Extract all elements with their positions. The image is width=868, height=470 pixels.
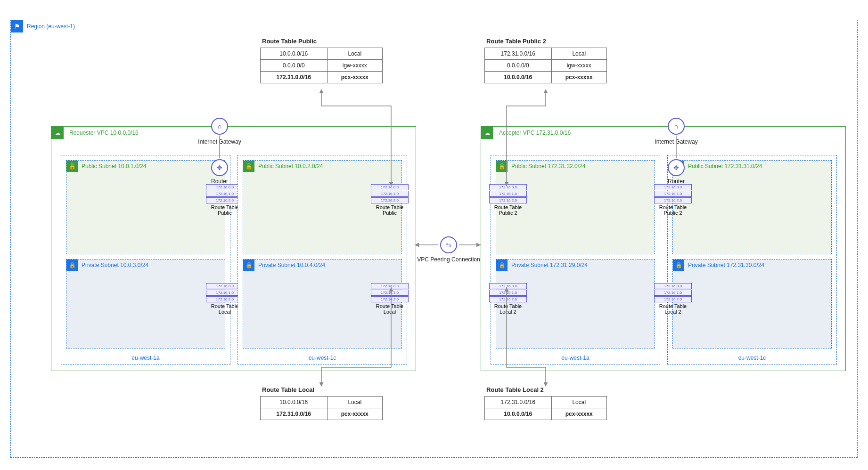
subnet-label: Private Subnet 10.0.3.0/24 <box>82 262 148 268</box>
route-table-local-right: Route Table Local 2 172.31.0.0/16Local 1… <box>484 386 607 420</box>
subnet-label: Public Subnet 172.31.31.0/24 <box>688 163 762 170</box>
vpc-header: ☁ Requester VPC 10.0.0.0/16 <box>51 127 140 139</box>
router-label: Router <box>182 178 257 185</box>
subnet-header: 🔓 Public Subnet 172.31.31.0/24 <box>673 161 831 172</box>
lock-open-icon: 🔓 <box>66 161 78 172</box>
route-table-local-left: Route Table Local 10.0.0.0/16Local 172.3… <box>260 386 383 420</box>
vpc-peering-icon: ⇆ <box>440 236 457 253</box>
subnet-label: Private Subnet 10.0.4.0/24 <box>258 262 325 268</box>
subnet-private: 🔒 Private Subnet 10.0.3.0/24 172.16.0.0 … <box>66 259 225 348</box>
subnet-label: Private Subnet 172.31.30.0/24 <box>688 262 764 268</box>
region-label: Region (eu-west-1) <box>27 23 75 30</box>
vpc-label: Accepter VPC 172.31.0.0/16 <box>497 127 573 139</box>
subnet-private: 🔒 Private Subnet 172.31.30.0/24 172.16.0… <box>672 259 832 348</box>
subnet-public: 🔓 Public Subnet 10.0.1.0/24 172.16.0.0 1… <box>66 160 225 254</box>
az-box: 🔓 Public Subnet 172.31.31.0/24 172.16.0.… <box>667 155 837 365</box>
rt-mini-local: 172.16.0.0 172.16.1.0 172.16.2.0 Route T… <box>489 283 527 315</box>
lock-icon: 🔒 <box>496 259 508 271</box>
subnet-label: Public Subnet 10.0.2.0/24 <box>258 163 323 170</box>
cloud-icon: ☁ <box>51 127 64 139</box>
region-header: ⚑ Region (eu-west-1) <box>11 20 75 32</box>
subnet-private: 🔒 Private Subnet 10.0.4.0/24 172.16.0.0 … <box>243 259 402 348</box>
rt-mini-public: 172.16.0.0 172.16.1.0 172.16.2.0 Route T… <box>489 184 527 216</box>
az-box: 🔓 Public Subnet 172.31.32.0/24 172.16.0.… <box>491 155 660 365</box>
vpc-accepter: ☁ Accepter VPC 172.31.0.0/16 🔓 Public Su… <box>481 126 846 371</box>
router-icon: ✥ <box>668 159 685 176</box>
lock-open-icon: 🔓 <box>243 161 254 172</box>
lock-open-icon: 🔓 <box>496 161 508 172</box>
internet-gateway-icon: ∩ <box>211 118 228 135</box>
rt-mini-public: 172.16.0.0 172.16.1.0 172.16.2.0 Route T… <box>654 184 692 216</box>
route-table-public-left: Route Table Public 10.0.0.0/16Local 0.0.… <box>260 38 383 83</box>
rt-grid: 172.31.0.0/16Local 10.0.0.0/16pcx-xxxxx <box>484 396 607 420</box>
igw-label: Internet Gateway <box>639 138 714 145</box>
subnet-public: 🔓 Public Subnet 172.31.32.0/24 172.16.0.… <box>496 160 655 254</box>
rt-title: Route Table Public 2 <box>484 38 607 45</box>
subnet-header: 🔒 Private Subnet 10.0.4.0/24 <box>243 259 401 271</box>
subnet-header: 🔓 Public Subnet 172.31.32.0/24 <box>496 161 655 172</box>
vpc-requester: ☁ Requester VPC 10.0.0.0/16 🔓 Public Sub… <box>51 126 416 371</box>
router-label: Router <box>639 178 714 185</box>
subnet-header: 🔒 Private Subnet 172.31.29.0/24 <box>496 259 655 271</box>
flag-icon: ⚑ <box>11 20 23 32</box>
az-box: 🔓 Public Subnet 10.0.1.0/24 172.16.0.0 1… <box>61 155 230 365</box>
az-label: eu-west-1a <box>491 355 660 361</box>
vpc-peering-label: VPC Peering Connection <box>411 256 486 263</box>
cloud-icon: ☁ <box>481 127 493 139</box>
subnet-private: 🔒 Private Subnet 172.31.29.0/24 172.16.0… <box>496 259 655 348</box>
rt-grid: 10.0.0.0/16Local 0.0.0.0/0igw-xxxxx 172.… <box>260 48 383 83</box>
vpc-label: Requester VPC 10.0.0.0/16 <box>67 127 140 139</box>
rt-grid: 172.31.0.0/16Local 0.0.0.0/0igw-xxxxx 10… <box>484 48 607 83</box>
rt-mini-public: 172.16.0.0 172.16.1.0 172.16.2.0 Route T… <box>371 184 409 216</box>
subnet-header: 🔒 Private Subnet 10.0.3.0/24 <box>66 259 225 271</box>
igw-label: Internet Gateway <box>182 138 257 145</box>
lock-icon: 🔒 <box>66 259 78 271</box>
rt-title: Route Table Local 2 <box>484 386 607 393</box>
subnet-header: 🔓 Public Subnet 10.0.1.0/24 <box>66 161 225 172</box>
az-label: eu-west-1a <box>61 355 230 361</box>
internet-gateway-icon: ∩ <box>668 118 685 135</box>
subnet-label: Private Subnet 172.31.29.0/24 <box>511 262 588 268</box>
rt-title: Route Table Public <box>260 38 383 45</box>
lock-icon: 🔒 <box>243 259 254 271</box>
subnet-label: Public Subnet 172.31.32.0/24 <box>511 163 585 170</box>
rt-mini-local: 172.16.0.0 172.16.1.0 172.16.2.0 Route T… <box>371 283 409 315</box>
az-box: 🔓 Public Subnet 10.0.2.0/24 172.16.0.0 1… <box>237 155 407 365</box>
vpc-header: ☁ Accepter VPC 172.31.0.0/16 <box>481 127 573 139</box>
lock-icon: 🔒 <box>673 259 684 271</box>
az-label: eu-west-1c <box>238 355 407 361</box>
router-icon: ✥ <box>211 159 228 176</box>
subnet-public: 🔓 Public Subnet 172.31.31.0/24 172.16.0.… <box>672 160 832 254</box>
subnet-label: Public Subnet 10.0.1.0/24 <box>82 163 146 170</box>
route-table-public-right: Route Table Public 2 172.31.0.0/16Local … <box>484 38 607 83</box>
subnet-public: 🔓 Public Subnet 10.0.2.0/24 172.16.0.0 1… <box>243 160 402 254</box>
az-label: eu-west-1c <box>668 355 836 361</box>
rt-title: Route Table Local <box>260 386 383 393</box>
subnet-header: 🔓 Public Subnet 10.0.2.0/24 <box>243 161 401 172</box>
rt-mini-local: 172.16.0.0 172.16.1.0 172.16.2.0 Route T… <box>654 283 692 315</box>
rt-grid: 10.0.0.0/16Local 172.31.0.0/16pcx-xxxxx <box>260 396 383 420</box>
subnet-header: 🔒 Private Subnet 172.31.30.0/24 <box>673 259 831 271</box>
